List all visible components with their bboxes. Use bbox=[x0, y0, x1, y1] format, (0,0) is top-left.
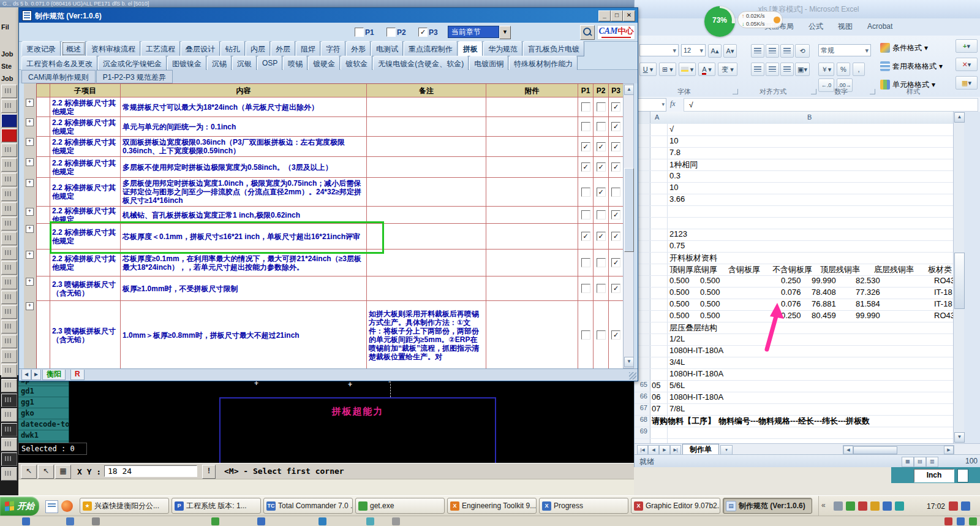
tool-icon[interactable] bbox=[1, 158, 17, 172]
align-right-button[interactable] bbox=[780, 63, 794, 76]
tool-icon[interactable] bbox=[1, 202, 17, 216]
cell[interactable]: 99.990 bbox=[812, 276, 836, 285]
taskbar2-icon[interactable] bbox=[22, 517, 30, 525]
p1-checkbox[interactable] bbox=[355, 28, 364, 37]
expand-icon[interactable]: + bbox=[26, 158, 34, 166]
cell[interactable]: 0.75 bbox=[669, 241, 685, 250]
table-checkbox[interactable]: ✓ bbox=[611, 284, 620, 293]
cell[interactable]: 2123 bbox=[669, 229, 687, 238]
step-item-gd1[interactable]: gd1 bbox=[18, 386, 69, 397]
underline-button[interactable]: U ▾ bbox=[639, 63, 657, 76]
table-checkbox[interactable]: ✓ bbox=[611, 102, 620, 112]
alert-button[interactable]: ! bbox=[202, 465, 216, 479]
table-checkbox[interactable] bbox=[581, 210, 590, 219]
tool-icon[interactable] bbox=[1, 305, 17, 319]
tab-重点流程制作[interactable]: 重点流程制作 bbox=[404, 41, 458, 56]
tab-概述[interactable]: 概述 bbox=[61, 41, 86, 56]
excel-vertical-scrollbar[interactable]: ▲ ▼ bbox=[953, 112, 964, 443]
tool-icon[interactable] bbox=[1, 320, 17, 334]
tab-阻焊[interactable]: 阻焊 bbox=[296, 41, 320, 56]
scroll-up-arrow[interactable]: ▲ bbox=[954, 112, 965, 123]
cell[interactable]: IT-18 bbox=[934, 288, 952, 297]
cell[interactable]: 0.500 bbox=[669, 299, 690, 308]
cell[interactable]: 0.076 bbox=[781, 288, 801, 297]
column-header-a[interactable]: A bbox=[655, 113, 659, 121]
cell[interactable]: √ bbox=[669, 124, 674, 134]
tool-icon[interactable] bbox=[1, 173, 17, 186]
cell[interactable]: 81.584 bbox=[856, 299, 880, 308]
tool-icon[interactable] bbox=[1, 349, 17, 363]
prev-sheet-button[interactable]: ◀ bbox=[648, 445, 659, 455]
formula-input[interactable]: √ bbox=[684, 98, 978, 112]
align-center-button[interactable] bbox=[766, 63, 779, 76]
zoom-value[interactable]: 100 bbox=[965, 457, 978, 465]
table-checkbox[interactable]: ✓ bbox=[611, 162, 620, 172]
bottom-nav-right[interactable]: ▸ bbox=[31, 370, 41, 380]
ribbon-tab-Acrobat[interactable]: Acrobat bbox=[860, 19, 900, 36]
cell-a[interactable]: 06 bbox=[652, 392, 660, 402]
table-checkbox[interactable]: ✓ bbox=[611, 210, 620, 219]
tab-钻孔[interactable]: 钻孔 bbox=[221, 41, 245, 56]
tab-无镍电镀金(含硬金、软金)[interactable]: 无镍电镀金(含硬金、软金) bbox=[373, 56, 469, 71]
tray-icon[interactable] bbox=[949, 501, 958, 511]
cell[interactable]: 底层残铜率 bbox=[874, 264, 914, 275]
tab-盲孔板负片电镀[interactable]: 盲孔板负片电镀 bbox=[523, 41, 584, 56]
cell[interactable]: 1种相同 bbox=[669, 159, 698, 170]
tab-内层[interactable]: 内层 bbox=[246, 41, 270, 56]
cell[interactable]: 1080H-IT-180A bbox=[669, 369, 723, 378]
unit-spinner[interactable] bbox=[957, 469, 968, 482]
taskbar-button-3[interactable]: TCTotal Commander 7.0 ... bbox=[263, 498, 353, 514]
first-sheet-button[interactable]: |◀ bbox=[637, 445, 648, 455]
dialog-scroll-down[interactable]: ▼ bbox=[624, 357, 634, 367]
tray-icon[interactable] bbox=[883, 501, 892, 511]
cell[interactable]: 含铜板厚 bbox=[728, 264, 760, 275]
font-color-button[interactable]: A ▾ bbox=[698, 63, 715, 76]
p2-checkbox[interactable] bbox=[386, 28, 396, 37]
taskbar2-icon[interactable] bbox=[66, 517, 74, 525]
xy-coordinate-input[interactable]: 18 24 bbox=[104, 465, 197, 477]
select-area-cursor-button[interactable]: ↖ bbox=[38, 465, 54, 479]
tab-沉银[interactable]: 沉银 bbox=[232, 56, 257, 71]
tray-icon[interactable] bbox=[846, 501, 855, 511]
table-checkbox[interactable] bbox=[597, 258, 606, 267]
tray-chevron-icon[interactable]: « bbox=[821, 501, 826, 509]
expand-icon[interactable]: + bbox=[26, 138, 34, 146]
number-dialog-launcher[interactable] bbox=[870, 89, 875, 94]
tool-icon[interactable] bbox=[1, 99, 17, 113]
tool-icon[interactable] bbox=[1, 143, 17, 157]
resize-grip[interactable] bbox=[629, 372, 636, 379]
step-item-datecode-to[interactable]: datecode-to bbox=[18, 419, 69, 430]
format-cells-button[interactable]: ▦▾ bbox=[956, 76, 978, 90]
taskbar2-icon[interactable] bbox=[944, 517, 952, 525]
expand-icon[interactable]: + bbox=[26, 179, 34, 187]
tab-华为规范[interactable]: 华为规范 bbox=[483, 41, 522, 56]
cell[interactable]: 0.500 bbox=[669, 311, 690, 320]
taskbar2-icon[interactable] bbox=[318, 517, 326, 525]
tool-icon[interactable] bbox=[1, 188, 17, 201]
table-checkbox[interactable] bbox=[581, 102, 590, 112]
tool-icon[interactable] bbox=[1, 114, 17, 128]
align-middle-button[interactable] bbox=[766, 44, 779, 58]
restore-button[interactable]: □ bbox=[611, 10, 623, 21]
table-checkbox[interactable] bbox=[581, 258, 590, 267]
table-checkbox[interactable] bbox=[597, 102, 606, 112]
tab-工艺流程[interactable]: 工艺流程 bbox=[141, 41, 180, 56]
search-button[interactable] bbox=[580, 25, 595, 40]
cell[interactable]: 0.500 bbox=[700, 276, 720, 285]
ribbon-tab-视图[interactable]: 视图 bbox=[831, 18, 860, 36]
tab-工程资料命名及更改[interactable]: 工程资料命名及更改 bbox=[21, 56, 97, 71]
row-number[interactable]: 66 bbox=[635, 392, 647, 400]
scroll-down-arrow[interactable]: ▼ bbox=[954, 432, 965, 443]
cell[interactable]: 开料板材资料 bbox=[669, 253, 717, 264]
cell[interactable]: 7.8 bbox=[669, 148, 680, 157]
table-checkbox[interactable]: ✓ bbox=[581, 232, 590, 241]
table-checkbox[interactable]: ✓ bbox=[611, 122, 620, 131]
cell[interactable]: 不含铜板厚 bbox=[772, 264, 812, 275]
dialog-titlebar[interactable]: 制作规范 (Ver:1.0.6) _ □ ✕ bbox=[19, 8, 638, 23]
taskbar-button-7[interactable]: XGraphic Editor 9.07b2... bbox=[631, 498, 720, 514]
tab-OSP[interactable]: OSP bbox=[257, 56, 282, 71]
page-layout-view-button[interactable]: ▤ bbox=[914, 457, 926, 467]
font-dialog-launcher[interactable] bbox=[733, 89, 738, 94]
table-checkbox[interactable]: ✓ bbox=[597, 162, 606, 172]
cell[interactable]: 0.500 bbox=[669, 276, 690, 285]
